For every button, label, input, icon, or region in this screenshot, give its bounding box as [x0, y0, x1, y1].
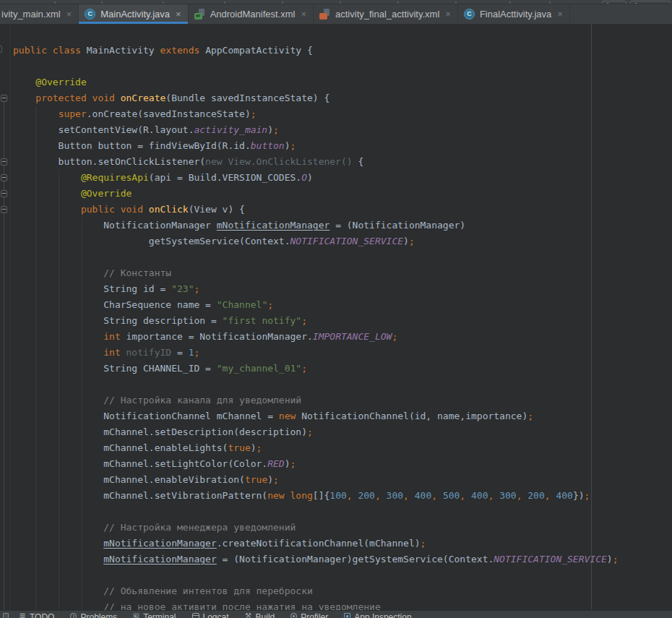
window-corner-icon[interactable]: [3, 613, 9, 618]
fold-region-line: [4, 95, 4, 610]
code-line: String id = "23";: [13, 281, 672, 297]
code-line: @Override: [13, 186, 672, 202]
code-line: mChannel.setLightColor(Color.RED);: [13, 456, 672, 472]
tab-bar: ivity_main.xml×CMainActivity.java×MFAndr…: [0, 4, 672, 24]
code-line: super.onCreate(savedInstanceState);: [13, 106, 672, 122]
fold-marker[interactable]: [0, 46, 2, 53]
code-line: // Настройка канала для уведомлений: [13, 392, 672, 408]
toolwindow-label: Profiler: [301, 612, 328, 618]
fold-collapse-icon[interactable]: [1, 206, 7, 213]
toolwindow-problems[interactable]: !Problems: [70, 612, 117, 618]
fold-collapse-icon[interactable]: [1, 158, 7, 166]
toolwindow-label: App Inspection: [354, 612, 411, 618]
code-line: @Override: [13, 74, 672, 90]
ide-window: ivity_main.xml×CMainActivity.java×MFAndr…: [0, 0, 672, 618]
code-line: NotificationChannel mChannel = new Notif…: [13, 408, 672, 424]
toolwindow-build[interactable]: ⚒Build: [245, 612, 275, 618]
toolwindow-label: Build: [256, 612, 275, 618]
code-line: Button button = findViewById(R.id.button…: [13, 138, 672, 154]
close-icon[interactable]: ×: [66, 11, 72, 18]
toolwindow-terminal[interactable]: >_Terminal: [133, 612, 176, 618]
code-line: CharSequence name = "Channel";: [13, 297, 672, 313]
code-line: [13, 59, 672, 74]
code-line: protected void onCreate(Bundle savedInst…: [13, 90, 672, 106]
manifest-file-icon: MF: [194, 9, 205, 20]
tab-androidmanifest-xml[interactable]: MFAndroidManifest.xml×: [189, 4, 314, 24]
class-file-icon: C: [464, 9, 475, 20]
tab-mainactivity-java[interactable]: CMainActivity.java×: [79, 4, 188, 24]
close-icon[interactable]: ×: [301, 11, 306, 18]
app-inspection-icon: [344, 613, 350, 618]
code-line: button.setOnClickListener(new View.OnCli…: [13, 154, 672, 170]
tab-label: activity_final_acttivity.xml: [335, 9, 439, 20]
tab-label: AndroidManifest.xml: [210, 9, 296, 20]
toolwindow-logcat[interactable]: Logcat: [192, 612, 229, 618]
code-line: [13, 504, 672, 520]
fold-expand-icon[interactable]: [1, 190, 7, 197]
close-icon[interactable]: ×: [557, 11, 563, 18]
close-icon[interactable]: ×: [445, 11, 451, 18]
toolwindow-label: Terminal: [143, 612, 176, 618]
code-line: mNotificationManager.createNotificationC…: [13, 536, 672, 552]
profiler-icon: [290, 613, 297, 618]
toolwindow-label: Logcat: [203, 612, 229, 618]
code-line: // Константы: [13, 265, 672, 281]
code-line: [13, 567, 672, 583]
code-line: String CHANNEL_ID = "my_channel_01";: [13, 361, 672, 377]
tool-window-bar: ≡TODO!Problems>_TerminalLogcat⚒BuildProf…: [0, 610, 672, 618]
tab-activity-final-acttivity-xml[interactable]: activity_final_acttivity.xml×: [314, 4, 458, 24]
editor-area[interactable]: public class MainActivity extends AppCom…: [0, 24, 672, 610]
code-line: setContentView(R.layout.activity_main);: [13, 122, 672, 138]
code-line: mChannel.setVibrationPattern(new long[]{…: [13, 488, 672, 504]
code-line: [13, 249, 672, 265]
tab-label: FinalActtivity.java: [480, 9, 551, 20]
code-line: // Настройка менеджера уведомлений: [13, 520, 672, 536]
code-line: NotificationManager mNotificationManager…: [13, 218, 672, 233]
fold-collapse-icon[interactable]: [1, 95, 7, 102]
close-icon[interactable]: ×: [176, 11, 181, 18]
toolwindow-app-inspection[interactable]: App Inspection: [344, 612, 411, 618]
tab-ivity-main-xml[interactable]: ivity_main.xml×: [0, 4, 79, 24]
fold-collapse-icon[interactable]: [1, 174, 7, 181]
code-line: int notifyID = 1;: [13, 345, 672, 361]
code-line: public void onClick(View v) {: [13, 202, 672, 218]
terminal-icon: >_: [133, 613, 139, 618]
code-line: mChannel.setDescription(description);: [13, 424, 672, 440]
code-line: mNotificationManager = (NotificationMana…: [13, 552, 672, 567]
code-line: [13, 377, 672, 392]
code-line: mChannel.enableVibration(true);: [13, 472, 672, 488]
build-icon: ⚒: [245, 612, 252, 618]
code-line: getSystemService(Context.NOTIFICATION_SE…: [13, 233, 672, 249]
problems-icon: !: [70, 613, 77, 618]
code-line: // на новое активити после нажатия на ув…: [13, 599, 672, 610]
code-line: // Обьявление интентов для переброски: [13, 583, 672, 599]
code-line: public class MainActivity extends AppCom…: [13, 43, 672, 59]
code-line: mChannel.enableLights(true);: [13, 440, 672, 456]
layout-file-icon: [319, 9, 330, 20]
tab-label: MainActivity.java: [100, 9, 170, 20]
code-line: String description = "first notify";: [13, 313, 672, 329]
code-line: @RequiresApi(api = Build.VERSION_CODES.O…: [13, 170, 672, 186]
todo-icon: ≡: [19, 612, 26, 618]
toolwindow-profiler[interactable]: Profiler: [290, 612, 328, 618]
tab-finalacttivity-java[interactable]: CFinalActtivity.java×: [458, 4, 570, 24]
tab-label: ivity_main.xml: [1, 9, 61, 20]
class-file-icon: C: [85, 9, 95, 20]
code-line: int importance = NotificationManager.IMP…: [13, 329, 672, 345]
code-lines: public class MainActivity extends AppCom…: [10, 24, 672, 610]
toolwindow-label: Problems: [80, 612, 117, 618]
toolwindow-label: TODO: [30, 612, 54, 618]
logcat-icon: [192, 613, 199, 618]
toolwindow-todo[interactable]: ≡TODO: [19, 612, 54, 618]
